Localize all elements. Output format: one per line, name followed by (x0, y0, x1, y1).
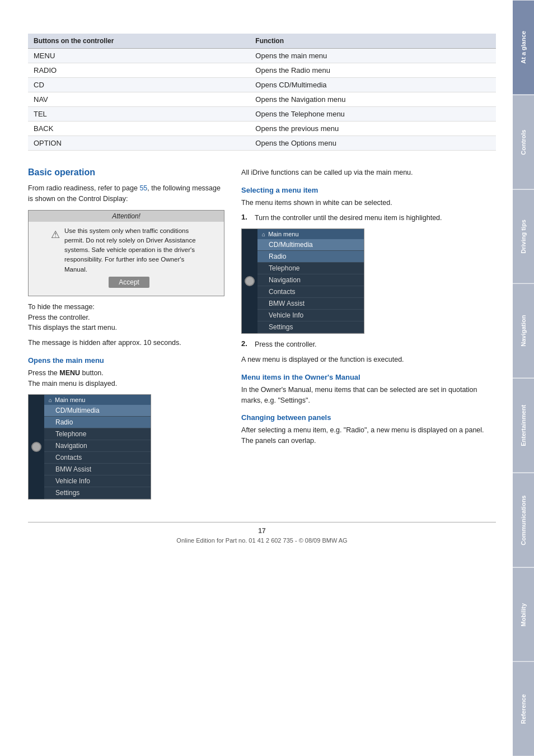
accept-button[interactable]: Accept (109, 277, 149, 288)
menu-item[interactable]: Vehicle Info (44, 475, 151, 487)
warning-icon: ⚠ (51, 227, 60, 274)
main-content: Buttons on the controller Function MENUO… (0, 0, 513, 561)
menu-item[interactable]: CD/Multimedia (257, 239, 364, 251)
controller-knob-left (29, 395, 44, 499)
table-row-button: RADIO (28, 63, 250, 78)
table-row-function: Opens the main menu (250, 49, 496, 63)
table-row-button: CD (28, 78, 250, 92)
main-menu-screenshot-right: ⌂ Main menu CD/MultimediaRadioTelephoneN… (241, 228, 364, 334)
attention-text: Use this system only when traffic condit… (64, 226, 207, 274)
table-col1-header: Buttons on the controller (28, 34, 250, 49)
hide-message-text: To hide the message: Press the controlle… (28, 302, 224, 333)
menu-item[interactable]: Radio (44, 417, 151, 428)
attention-header: Attention! (29, 211, 224, 222)
basic-operation-intro: From radio readiness, refer to page 55, … (28, 183, 224, 204)
menu-title-bar-left: ⌂ Main menu (44, 395, 151, 405)
menu-title-text-left: Main menu (55, 396, 85, 403)
left-column: Basic operation From radio readiness, re… (28, 167, 224, 505)
step-2: 2. Press the controller. (241, 339, 496, 350)
tab-communications[interactable]: Communications (513, 473, 534, 567)
menu-item[interactable]: Navigation (44, 440, 151, 452)
menu-button-label: MENU (59, 369, 80, 377)
page-number: 17 (28, 527, 496, 535)
table-row-button: TEL (28, 107, 250, 122)
table-row-button: OPTION (28, 136, 250, 151)
tab-controls[interactable]: Controls (513, 95, 534, 189)
footer-text: Online Edition for Part no. 01 41 2 602 … (28, 537, 496, 544)
menu-items-right: CD/MultimediaRadioTelephoneNavigationCon… (257, 239, 364, 333)
menu-home-icon: ⌂ (49, 397, 52, 403)
knob-circle (31, 442, 41, 452)
step1-number: 1. (241, 213, 250, 223)
opens-main-menu-title: Opens the main menu (28, 356, 224, 365)
owners-manual-title: Menu items in the Owner's Manual (241, 373, 496, 381)
right-intro: All iDrive functions can be called up vi… (241, 167, 496, 178)
tab-at-a-glance[interactable]: At a glance (513, 0, 534, 95)
selecting-menu-item-title: Selecting a menu item (241, 186, 496, 194)
menu-item[interactable]: CD/Multimedia (44, 405, 151, 417)
table-row-button: BACK (28, 122, 250, 136)
table-col2-header: Function (250, 34, 496, 49)
hide-message-timer: The message is hidden after approx. 10 s… (28, 338, 224, 348)
step2-number: 2. (241, 339, 250, 350)
menu-item[interactable]: Telephone (257, 263, 364, 274)
main-menu-screenshot-left: ⌂ Main menu CD/MultimediaRadioTelephoneN… (28, 394, 151, 500)
table-row-function: Opens the previous menu (250, 122, 496, 136)
owners-manual-text: In the Owner's Manual, menu items that c… (241, 385, 496, 406)
controller-table: Buttons on the controller Function MENUO… (28, 34, 496, 151)
tab-driving-tips[interactable]: Driving tips (513, 189, 534, 284)
table-row-function: Opens CD/Multimedia (250, 78, 496, 92)
main-menu-displayed-text: The main menu is displayed. (28, 380, 117, 388)
changing-panels-title: Changing between panels (241, 413, 496, 422)
menu-items-left: CD/MultimediaRadioTelephoneNavigationCon… (44, 405, 151, 499)
step2-text: Press the controller. (255, 339, 316, 350)
attention-box: Attention! ⚠ Use this system only when t… (28, 210, 224, 296)
page-footer: 17 Online Edition for Part no. 01 41 2 6… (28, 522, 496, 544)
menu-content-right: ⌂ Main menu CD/MultimediaRadioTelephoneN… (257, 229, 364, 333)
menu-item[interactable]: BMW Assist (44, 464, 151, 475)
selecting-menu-item-text: The menu items shown in white can be sel… (241, 198, 496, 208)
step-1: 1. Turn the controller until the desired… (241, 213, 496, 223)
table-row-button: NAV (28, 92, 250, 107)
menu-item[interactable]: Navigation (257, 274, 364, 286)
menu-item[interactable]: Radio (257, 251, 364, 263)
two-column-layout: Basic operation From radio readiness, re… (28, 167, 496, 505)
opens-main-menu-text: Press the MENU button. The main menu is … (28, 368, 224, 389)
section-title-basic-operation: Basic operation (28, 167, 224, 178)
table-row-function: Opens the Navigation menu (250, 92, 496, 107)
table-row-function: Opens the Telephone menu (250, 107, 496, 122)
menu-item[interactable]: Contacts (44, 452, 151, 464)
table-row-function: Opens the Radio menu (250, 63, 496, 78)
tab-mobility[interactable]: Mobility (513, 567, 534, 662)
step2-desc: A new menu is displayed or the function … (241, 354, 496, 365)
menu-item[interactable]: Contacts (257, 286, 364, 298)
tab-entertainment[interactable]: Entertainment (513, 378, 534, 473)
controller-knob-right (242, 229, 257, 333)
tab-reference[interactable]: Reference (513, 661, 534, 756)
changing-panels-text: After selecting a menu item, e.g. "Radio… (241, 425, 496, 446)
side-tabs: At a glance Controls Driving tips Naviga… (513, 0, 534, 756)
menu-item[interactable]: Settings (44, 487, 151, 499)
right-column: All iDrive functions can be called up vi… (241, 167, 496, 505)
knob-circle-right (245, 276, 255, 286)
menu-item[interactable]: Settings (257, 321, 364, 333)
table-row-button: MENU (28, 49, 250, 63)
tab-navigation[interactable]: Navigation (513, 283, 534, 378)
menu-item[interactable]: Telephone (44, 428, 151, 440)
menu-content-left: ⌂ Main menu CD/MultimediaRadioTelephoneN… (44, 395, 151, 499)
menu-home-icon-right: ⌂ (262, 231, 265, 237)
table-row-function: Opens the Options menu (250, 136, 496, 151)
menu-title-bar-right: ⌂ Main menu (257, 229, 364, 239)
menu-title-text-right: Main menu (268, 231, 298, 237)
step1-text: Turn the controller until the desired me… (255, 213, 442, 223)
menu-item[interactable]: BMW Assist (257, 298, 364, 310)
menu-item[interactable]: Vehicle Info (257, 310, 364, 321)
